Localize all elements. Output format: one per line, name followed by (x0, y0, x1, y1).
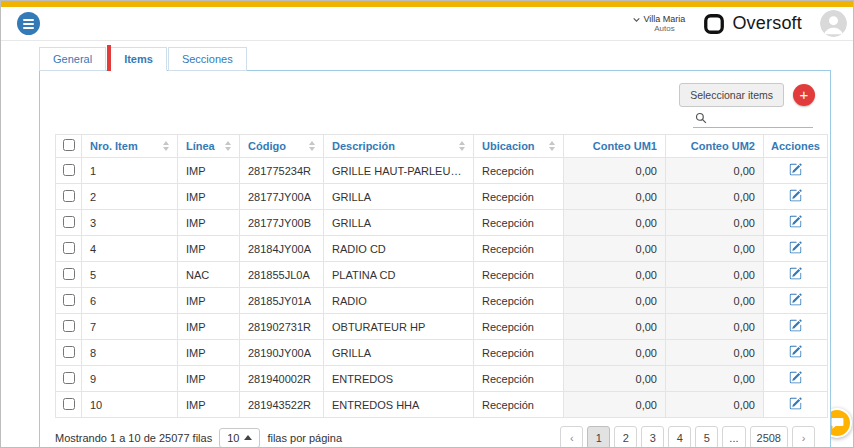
actions-cell (764, 210, 828, 236)
sort-icon[interactable] (453, 141, 465, 151)
cell-linea: IMP (178, 366, 240, 392)
cell-descripcion: ENTREDOS (324, 366, 474, 392)
row-select-cell (56, 340, 82, 366)
chevron-down-icon (632, 15, 641, 24)
cell-nro-item: 7 (82, 314, 178, 340)
toolbar-row: Seleccionar items + (679, 83, 815, 107)
header: Villa Maria Autos Oversoft (1, 7, 853, 41)
edit-button[interactable] (789, 319, 802, 332)
pagination-next[interactable]: › (792, 426, 815, 448)
cell-conteo-um2: 0,00 (666, 288, 764, 314)
account-selector[interactable]: Villa Maria Autos (632, 14, 686, 33)
cell-linea: IMP (178, 340, 240, 366)
cell-descripcion: RADIO (324, 288, 474, 314)
edit-button[interactable] (789, 397, 802, 410)
cell-descripcion: ENTREDOS HHA (324, 392, 474, 418)
cell-nro-item: 5 (82, 262, 178, 288)
sort-icon[interactable] (543, 141, 555, 151)
row-select-cell (56, 392, 82, 418)
actions-cell (764, 314, 828, 340)
row-checkbox[interactable] (63, 216, 75, 228)
cell-linea: IMP (178, 392, 240, 418)
menu-button[interactable] (17, 12, 40, 35)
edit-button[interactable] (789, 293, 802, 306)
pagination-page-4[interactable]: 4 (668, 426, 691, 448)
row-checkbox[interactable] (63, 294, 75, 306)
row-checkbox[interactable] (63, 268, 75, 280)
plus-icon: + (800, 86, 809, 103)
pagination-prev[interactable]: ‹ (560, 426, 583, 448)
cell-conteo-um2: 0,00 (666, 184, 764, 210)
avatar[interactable] (820, 10, 847, 37)
tab-secciones[interactable]: Secciones (168, 47, 247, 71)
cell-linea: IMP (178, 288, 240, 314)
cell-conteo-um1: 0,00 (564, 184, 666, 210)
cell-linea: IMP (178, 236, 240, 262)
column-header-acciones: Acciones (764, 135, 828, 158)
cell-codigo: 28177JY00A (240, 184, 324, 210)
edit-button[interactable] (789, 241, 802, 254)
pagination-page-2508[interactable]: 2508 (750, 426, 788, 448)
row-checkbox[interactable] (63, 190, 75, 202)
column-header-conteo-um2: Conteo UM2 (666, 135, 764, 158)
table-footer-left: Mostrando 1 a 10 de 25077 filas 10 filas… (55, 428, 342, 448)
actions-cell (764, 288, 828, 314)
cell-linea: IMP (178, 158, 240, 184)
column-label: Línea (186, 140, 215, 152)
edit-button[interactable] (789, 163, 802, 176)
edit-button[interactable] (789, 371, 802, 384)
edit-icon (789, 215, 802, 228)
pagination-ellipsis[interactable]: ... (722, 426, 745, 448)
actions-cell (764, 236, 828, 262)
edit-button[interactable] (789, 215, 802, 228)
cell-conteo-um1: 0,00 (564, 288, 666, 314)
row-checkbox[interactable] (63, 346, 75, 358)
row-checkbox[interactable] (63, 320, 75, 332)
search-input[interactable] (712, 112, 811, 124)
cell-linea: IMP (178, 184, 240, 210)
edit-icon (789, 371, 802, 384)
sort-icon[interactable] (219, 141, 231, 151)
tab-general[interactable]: General (39, 47, 106, 71)
select-all-checkbox[interactable] (63, 139, 75, 151)
cell-linea: IMP (178, 314, 240, 340)
table-row: 9IMP281940002RENTREDOSRecepción0,000,00 (56, 366, 828, 392)
tab-items[interactable]: Items (107, 47, 167, 71)
column-header-nro-item[interactable]: Nro. Item (82, 135, 178, 158)
cell-ubicacion: Recepción (474, 366, 564, 392)
pagination-page-1[interactable]: 1 (587, 426, 610, 448)
cell-linea: NAC (178, 262, 240, 288)
edit-icon (789, 189, 802, 202)
pagination-page-5[interactable]: 5 (695, 426, 718, 448)
row-checkbox[interactable] (63, 242, 75, 254)
column-header-linea[interactable]: Línea (178, 135, 240, 158)
cell-descripcion: GRILLA (324, 184, 474, 210)
pagination: ‹12345...2508› (560, 426, 815, 448)
row-checkbox[interactable] (63, 372, 75, 384)
column-header-ubicacion[interactable]: Ubicacion (474, 135, 564, 158)
column-header-codigo[interactable]: Código (240, 135, 324, 158)
account-sub: Autos (654, 24, 674, 33)
row-checkbox[interactable] (63, 398, 75, 410)
items-table: Nro. ItemLíneaCódigoDescripciónUbicacion… (55, 134, 828, 418)
table-row: 8IMP28190JY00AGRILLARecepción0,000,00 (56, 340, 828, 366)
sort-icon[interactable] (303, 141, 315, 151)
cell-ubicacion: Recepción (474, 210, 564, 236)
add-button[interactable]: + (793, 84, 815, 106)
edit-button[interactable] (789, 345, 802, 358)
page-size-select[interactable]: 10 (219, 428, 260, 448)
sort-icon[interactable] (157, 141, 169, 151)
column-header-descripcion[interactable]: Descripción (324, 135, 474, 158)
select-items-button[interactable]: Seleccionar items (679, 83, 784, 107)
pagination-page-3[interactable]: 3 (641, 426, 664, 448)
table-row: 1IMP281775234RGRILLE HAUT-PARLEUR GRecep… (56, 158, 828, 184)
edit-icon (789, 345, 802, 358)
cell-conteo-um2: 0,00 (666, 366, 764, 392)
edit-button[interactable] (789, 267, 802, 280)
pagination-page-2[interactable]: 2 (614, 426, 637, 448)
cell-codigo: 281775234R (240, 158, 324, 184)
row-checkbox[interactable] (63, 164, 75, 176)
cell-ubicacion: Recepción (474, 262, 564, 288)
cell-ubicacion: Recepción (474, 314, 564, 340)
edit-button[interactable] (789, 189, 802, 202)
